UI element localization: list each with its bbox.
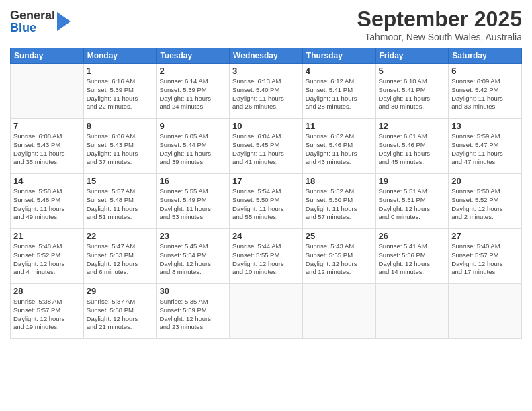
day-info: Sunrise: 6:16 AM Sunset: 5:39 PM Dayligh… <box>87 77 154 111</box>
weekday-header: Sunday <box>11 48 84 64</box>
day-info: Sunrise: 5:57 AM Sunset: 5:48 PM Dayligh… <box>87 187 154 222</box>
calendar-cell: 2Sunrise: 6:14 AM Sunset: 5:39 PM Daylig… <box>157 64 230 119</box>
day-info: Sunrise: 6:10 AM Sunset: 5:41 PM Dayligh… <box>379 77 446 111</box>
day-info: Sunrise: 6:04 AM Sunset: 5:45 PM Dayligh… <box>232 132 300 167</box>
calendar-cell: 29Sunrise: 5:37 AM Sunset: 5:58 PM Dayli… <box>83 284 157 339</box>
day-info: Sunrise: 6:12 AM Sunset: 5:41 PM Dayligh… <box>306 77 373 111</box>
day-number: 17 <box>232 176 300 186</box>
calendar-cell: 30Sunrise: 5:35 AM Sunset: 5:59 PM Dayli… <box>157 284 230 339</box>
day-number: 20 <box>451 176 519 186</box>
calendar-week-row: 14Sunrise: 5:58 AM Sunset: 5:48 PM Dayli… <box>11 174 522 229</box>
weekday-header: Friday <box>375 48 449 64</box>
weekday-header: Monday <box>83 48 157 64</box>
calendar-cell: 28Sunrise: 5:38 AM Sunset: 5:57 PM Dayli… <box>11 284 84 339</box>
calendar-cell: 18Sunrise: 5:52 AM Sunset: 5:50 PM Dayli… <box>302 174 375 229</box>
day-number: 23 <box>159 231 226 241</box>
day-number: 1 <box>87 66 154 76</box>
day-info: Sunrise: 5:54 AM Sunset: 5:50 PM Dayligh… <box>232 187 300 222</box>
calendar-cell: 7Sunrise: 6:08 AM Sunset: 5:43 PM Daylig… <box>11 119 84 174</box>
day-info: Sunrise: 5:45 AM Sunset: 5:54 PM Dayligh… <box>159 242 226 277</box>
calendar-cell: 13Sunrise: 5:59 AM Sunset: 5:47 PM Dayli… <box>449 119 522 174</box>
day-number: 30 <box>159 286 226 296</box>
location: Tahmoor, New South Wales, Australia <box>357 32 522 42</box>
logo-icon <box>57 12 71 31</box>
day-number: 28 <box>13 286 81 296</box>
svg-marker-0 <box>57 12 71 31</box>
day-number: 16 <box>159 176 226 186</box>
calendar-cell: 9Sunrise: 6:05 AM Sunset: 5:44 PM Daylig… <box>157 119 230 174</box>
day-number: 24 <box>232 231 300 241</box>
calendar-cell: 19Sunrise: 5:51 AM Sunset: 5:51 PM Dayli… <box>375 174 449 229</box>
calendar-cell: 17Sunrise: 5:54 AM Sunset: 5:50 PM Dayli… <box>230 174 303 229</box>
day-number: 19 <box>379 176 446 186</box>
day-info: Sunrise: 6:13 AM Sunset: 5:40 PM Dayligh… <box>232 77 300 111</box>
calendar-cell: 24Sunrise: 5:44 AM Sunset: 5:55 PM Dayli… <box>230 229 303 284</box>
calendar-cell <box>11 64 84 119</box>
calendar-cell: 4Sunrise: 6:12 AM Sunset: 5:41 PM Daylig… <box>302 64 375 119</box>
calendar-cell: 10Sunrise: 6:04 AM Sunset: 5:45 PM Dayli… <box>230 119 303 174</box>
day-number: 25 <box>306 231 373 241</box>
day-number: 9 <box>159 121 226 131</box>
calendar-cell <box>375 284 449 339</box>
day-info: Sunrise: 5:41 AM Sunset: 5:56 PM Dayligh… <box>379 242 446 277</box>
day-number: 6 <box>451 66 519 76</box>
day-number: 15 <box>87 176 154 186</box>
day-info: Sunrise: 6:14 AM Sunset: 5:39 PM Dayligh… <box>159 77 226 111</box>
day-number: 8 <box>87 121 154 131</box>
calendar-week-row: 28Sunrise: 5:38 AM Sunset: 5:57 PM Dayli… <box>11 284 522 339</box>
calendar-cell: 26Sunrise: 5:41 AM Sunset: 5:56 PM Dayli… <box>375 229 449 284</box>
calendar-cell <box>230 284 303 339</box>
weekday-header: Tuesday <box>157 48 230 64</box>
day-number: 12 <box>379 121 446 131</box>
calendar-cell: 3Sunrise: 6:13 AM Sunset: 5:40 PM Daylig… <box>230 64 303 119</box>
calendar-cell: 14Sunrise: 5:58 AM Sunset: 5:48 PM Dayli… <box>11 174 84 229</box>
calendar-cell: 16Sunrise: 5:55 AM Sunset: 5:49 PM Dayli… <box>157 174 230 229</box>
calendar-cell: 27Sunrise: 5:40 AM Sunset: 5:57 PM Dayli… <box>449 229 522 284</box>
day-number: 13 <box>451 121 519 131</box>
month-title: September 2025 <box>357 7 522 32</box>
day-number: 21 <box>13 231 81 241</box>
day-info: Sunrise: 5:43 AM Sunset: 5:55 PM Dayligh… <box>306 242 373 277</box>
calendar: SundayMondayTuesdayWednesdayThursdayFrid… <box>10 48 522 339</box>
day-info: Sunrise: 6:05 AM Sunset: 5:44 PM Dayligh… <box>159 132 226 167</box>
logo: General Blue <box>10 9 71 34</box>
calendar-cell: 5Sunrise: 6:10 AM Sunset: 5:41 PM Daylig… <box>375 64 449 119</box>
day-number: 26 <box>379 231 446 241</box>
calendar-cell: 12Sunrise: 6:01 AM Sunset: 5:46 PM Dayli… <box>375 119 449 174</box>
calendar-week-row: 1Sunrise: 6:16 AM Sunset: 5:39 PM Daylig… <box>11 64 522 119</box>
day-info: Sunrise: 5:52 AM Sunset: 5:50 PM Dayligh… <box>306 187 373 222</box>
day-info: Sunrise: 5:48 AM Sunset: 5:52 PM Dayligh… <box>13 242 81 277</box>
day-number: 14 <box>13 176 81 186</box>
day-number: 7 <box>13 121 81 131</box>
calendar-cell: 1Sunrise: 6:16 AM Sunset: 5:39 PM Daylig… <box>83 64 157 119</box>
day-info: Sunrise: 6:01 AM Sunset: 5:46 PM Dayligh… <box>379 132 446 167</box>
logo-general: General <box>10 9 55 21</box>
day-info: Sunrise: 6:02 AM Sunset: 5:46 PM Dayligh… <box>306 132 373 167</box>
calendar-week-row: 7Sunrise: 6:08 AM Sunset: 5:43 PM Daylig… <box>11 119 522 174</box>
day-info: Sunrise: 5:51 AM Sunset: 5:51 PM Dayligh… <box>379 187 446 222</box>
day-info: Sunrise: 5:44 AM Sunset: 5:55 PM Dayligh… <box>232 242 300 277</box>
day-info: Sunrise: 6:08 AM Sunset: 5:43 PM Dayligh… <box>13 132 81 167</box>
title-block: September 2025 Tahmoor, New South Wales,… <box>357 7 522 42</box>
calendar-cell: 25Sunrise: 5:43 AM Sunset: 5:55 PM Dayli… <box>302 229 375 284</box>
calendar-cell: 23Sunrise: 5:45 AM Sunset: 5:54 PM Dayli… <box>157 229 230 284</box>
day-number: 4 <box>306 66 373 76</box>
day-info: Sunrise: 5:55 AM Sunset: 5:49 PM Dayligh… <box>159 187 226 222</box>
day-info: Sunrise: 5:50 AM Sunset: 5:52 PM Dayligh… <box>451 187 519 222</box>
calendar-cell <box>449 284 522 339</box>
day-info: Sunrise: 5:40 AM Sunset: 5:57 PM Dayligh… <box>451 242 519 277</box>
header: General Blue September 2025 Tahmoor, New… <box>10 7 522 42</box>
calendar-cell: 15Sunrise: 5:57 AM Sunset: 5:48 PM Dayli… <box>83 174 157 229</box>
day-info: Sunrise: 5:59 AM Sunset: 5:47 PM Dayligh… <box>451 132 519 167</box>
day-number: 5 <box>379 66 446 76</box>
day-info: Sunrise: 5:47 AM Sunset: 5:53 PM Dayligh… <box>87 242 154 277</box>
calendar-cell: 6Sunrise: 6:09 AM Sunset: 5:42 PM Daylig… <box>449 64 522 119</box>
calendar-cell: 8Sunrise: 6:06 AM Sunset: 5:43 PM Daylig… <box>83 119 157 174</box>
day-number: 11 <box>306 121 373 131</box>
day-info: Sunrise: 6:09 AM Sunset: 5:42 PM Dayligh… <box>451 77 519 111</box>
calendar-week-row: 21Sunrise: 5:48 AM Sunset: 5:52 PM Dayli… <box>11 229 522 284</box>
day-number: 10 <box>232 121 300 131</box>
day-number: 2 <box>159 66 226 76</box>
calendar-cell: 20Sunrise: 5:50 AM Sunset: 5:52 PM Dayli… <box>449 174 522 229</box>
calendar-cell: 22Sunrise: 5:47 AM Sunset: 5:53 PM Dayli… <box>83 229 157 284</box>
